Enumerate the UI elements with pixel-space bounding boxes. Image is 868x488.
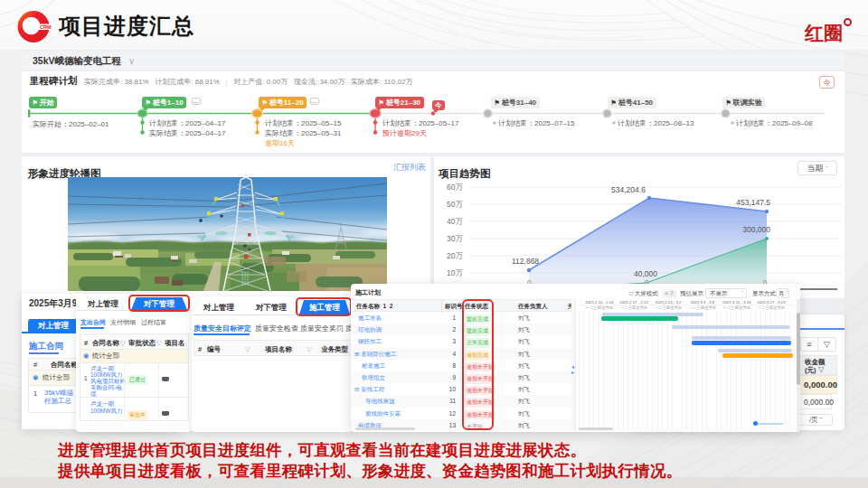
svg-text:112,868: 112,868 [512, 257, 539, 266]
svg-text:20万: 20万 [447, 251, 463, 260]
svg-text:534,204.6: 534,204.6 [611, 185, 646, 194]
svg-text:40万: 40万 [447, 217, 463, 226]
svg-text:30万: 30万 [447, 234, 463, 243]
svg-text:CRM: CRM [40, 24, 52, 30]
svg-text:300,000: 300,000 [742, 225, 770, 234]
svg-text:10万: 10万 [447, 268, 463, 277]
svg-text:60万: 60万 [447, 183, 463, 192]
svg-text:40,000: 40,000 [634, 269, 657, 278]
svg-text:453,147.5: 453,147.5 [736, 198, 770, 207]
svg-text:50万: 50万 [447, 200, 463, 209]
